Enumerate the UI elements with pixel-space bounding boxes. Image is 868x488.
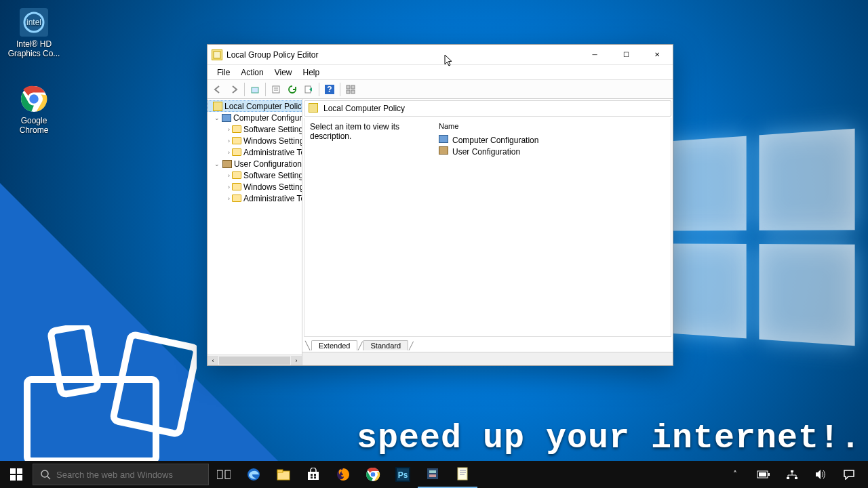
list-item-computer-configuration[interactable]: Computer Configuration xyxy=(439,134,665,146)
windows-logo-bg xyxy=(663,129,855,346)
svg-rect-20 xyxy=(351,90,355,94)
list-item-label: Computer Configuration xyxy=(452,136,538,145)
chevron-down-icon[interactable]: ⌄ xyxy=(214,115,220,121)
tray-volume-icon[interactable] xyxy=(807,461,834,488)
menu-action[interactable]: Action xyxy=(235,66,269,79)
chevron-right-icon[interactable]: › xyxy=(228,138,230,144)
scroll-right-button[interactable]: › xyxy=(291,356,302,365)
taskbar-app-edge[interactable] xyxy=(239,461,269,488)
tree-node-computer-configuration[interactable]: ⌄ Computer Configuration xyxy=(208,112,302,123)
svg-rect-54 xyxy=(787,477,789,479)
toolbar-tile-button[interactable] xyxy=(343,82,358,97)
tab-standard[interactable]: Standard xyxy=(363,340,408,350)
maximize-button[interactable]: ☐ xyxy=(610,45,642,65)
svg-rect-11 xyxy=(273,86,279,93)
search-input[interactable] xyxy=(56,470,201,480)
toolbar-back-button[interactable] xyxy=(210,82,225,97)
chevron-right-icon[interactable]: › xyxy=(228,184,230,190)
desktop: speed up your internet!. intel Intel® HD… xyxy=(0,0,868,488)
svg-rect-27 xyxy=(217,470,222,479)
desktop-icon-intel[interactable]: intel Intel® HD Graphics Co... xyxy=(7,8,61,58)
overlay-devices-icon xyxy=(20,325,197,468)
taskbar-app-chrome[interactable] xyxy=(358,461,388,488)
svg-rect-9 xyxy=(214,52,220,58)
svg-text:?: ? xyxy=(327,85,332,94)
tree-label: User Configuration xyxy=(234,159,302,169)
tray-action-center-icon[interactable] xyxy=(835,461,863,488)
chevron-down-icon[interactable]: ⌄ xyxy=(214,161,220,167)
folder-icon xyxy=(232,182,241,192)
description-column: Select an item to view its description. xyxy=(304,118,433,336)
svg-text:intel: intel xyxy=(26,18,41,27)
tree-pane[interactable]: Local Computer Policy ⌄ Computer Configu… xyxy=(208,99,302,365)
svg-rect-21 xyxy=(10,468,16,474)
svg-rect-34 xyxy=(314,474,316,476)
toolbar-forward-button[interactable] xyxy=(226,82,241,97)
toolbar-properties-button[interactable] xyxy=(269,82,283,97)
taskbar-search[interactable] xyxy=(33,464,209,485)
tray-chevron-up-icon[interactable]: ˄ xyxy=(722,461,749,488)
menu-help[interactable]: Help xyxy=(298,66,326,79)
svg-rect-45 xyxy=(429,470,436,473)
taskbar-app-mmc[interactable] xyxy=(418,461,448,488)
folder-icon xyxy=(232,171,241,180)
folder-icon xyxy=(232,136,241,146)
tree-node[interactable]: ›Software Settings xyxy=(208,123,302,135)
toolbar-up-button[interactable] xyxy=(248,82,262,97)
svg-rect-55 xyxy=(795,477,797,479)
chevron-right-icon[interactable]: › xyxy=(228,126,230,133)
task-view-button[interactable] xyxy=(209,461,239,488)
svg-rect-17 xyxy=(347,85,350,89)
computer-icon xyxy=(439,135,450,146)
tree-node[interactable]: ›Software Settings xyxy=(208,169,302,181)
column-header-name[interactable]: Name xyxy=(439,121,665,131)
tab-extended[interactable]: Extended xyxy=(311,340,357,350)
svg-rect-46 xyxy=(429,474,436,477)
taskbar-app-store[interactable] xyxy=(298,461,328,488)
svg-rect-23 xyxy=(10,475,16,481)
svg-rect-44 xyxy=(427,468,438,479)
statusbar xyxy=(302,352,673,365)
list-column[interactable]: Name Computer Configuration User Configu… xyxy=(433,118,671,336)
tree-node[interactable]: ›Windows Settings xyxy=(208,181,302,192)
scroll-left-button[interactable]: ‹ xyxy=(208,356,218,365)
menu-file[interactable]: File xyxy=(212,66,235,79)
overlay-caption: speed up your internet!. xyxy=(357,419,868,458)
svg-rect-10 xyxy=(252,87,258,93)
menu-view[interactable]: View xyxy=(269,66,298,79)
chevron-right-icon[interactable]: › xyxy=(228,195,230,202)
svg-rect-3 xyxy=(50,325,98,395)
chrome-icon xyxy=(20,85,48,113)
folder-icon xyxy=(232,194,241,203)
minimize-button[interactable]: ─ xyxy=(579,45,610,65)
gpedit-window: Local Group Policy Editor ─ ☐ ✕ File Act… xyxy=(207,44,673,366)
desktop-icon-label: Google Chrome xyxy=(7,116,61,135)
desktop-icon-label: Intel® HD Graphics Co... xyxy=(7,39,61,58)
taskbar-app-photoshop[interactable]: Ps xyxy=(388,461,418,488)
tree-node[interactable]: ›Windows Settings xyxy=(208,135,302,146)
taskbar-app-firefox[interactable] xyxy=(328,461,358,488)
tree-node[interactable]: ›Administrative Templates xyxy=(208,146,302,158)
taskbar-app-explorer[interactable] xyxy=(269,461,298,488)
svg-rect-31 xyxy=(277,470,283,472)
taskbar-app-notepad[interactable] xyxy=(448,461,477,488)
list-item-label: User Configuration xyxy=(452,147,520,157)
chevron-right-icon[interactable]: › xyxy=(228,172,230,179)
tree-node[interactable]: ›Administrative Templates xyxy=(208,192,302,204)
toolbar-refresh-button[interactable] xyxy=(285,82,300,97)
chevron-right-icon[interactable]: › xyxy=(228,149,230,156)
tree-node-user-configuration[interactable]: ⌄ User Configuration xyxy=(208,158,302,169)
toolbar-help-button[interactable]: ? xyxy=(322,82,337,97)
tree-root[interactable]: Local Computer Policy xyxy=(208,100,302,112)
close-button[interactable]: ✕ xyxy=(642,45,673,65)
scroll-icon xyxy=(309,103,319,114)
desktop-icon-chrome[interactable]: Google Chrome xyxy=(7,85,61,135)
titlebar[interactable]: Local Group Policy Editor ─ ☐ ✕ xyxy=(208,45,673,65)
list-item-user-configuration[interactable]: User Configuration xyxy=(439,146,665,157)
svg-text:Ps: Ps xyxy=(398,470,408,480)
tree-horizontal-scrollbar[interactable]: ‹ › xyxy=(208,354,302,365)
start-button[interactable] xyxy=(0,461,33,488)
tray-battery-icon[interactable] xyxy=(750,461,777,488)
tray-network-icon[interactable] xyxy=(778,461,806,488)
toolbar-export-button[interactable] xyxy=(301,82,316,97)
